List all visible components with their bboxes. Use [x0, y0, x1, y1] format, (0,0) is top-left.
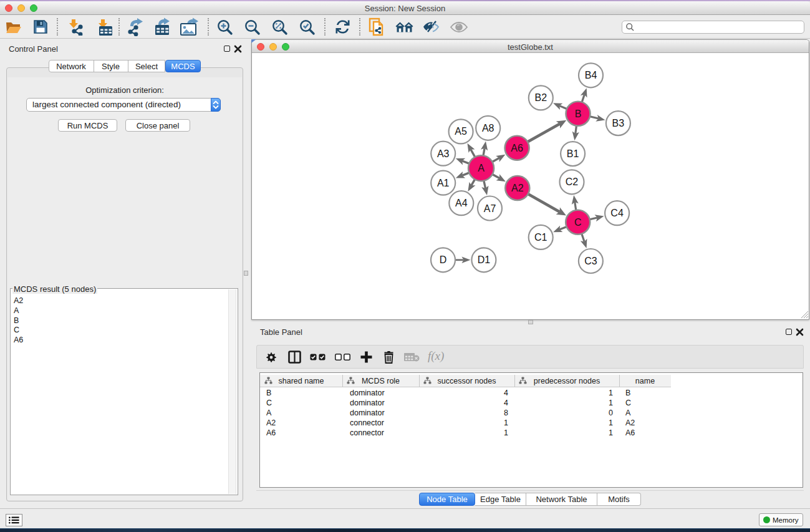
- svg-text:A6: A6: [511, 143, 523, 153]
- svg-text:A7: A7: [484, 203, 496, 214]
- svg-text:D1: D1: [478, 254, 491, 265]
- svg-text:B1: B1: [567, 148, 579, 159]
- svg-text:A5: A5: [455, 126, 467, 137]
- svg-text:B3: B3: [612, 118, 625, 128]
- svg-text:A: A: [478, 163, 485, 173]
- svg-text:A8: A8: [482, 123, 494, 133]
- svg-text:A3: A3: [437, 148, 450, 159]
- svg-text:A4: A4: [455, 198, 468, 208]
- svg-text:C: C: [574, 217, 582, 228]
- svg-text:B: B: [575, 109, 582, 119]
- svg-text:C3: C3: [584, 256, 597, 266]
- svg-text:C4: C4: [610, 208, 624, 218]
- svg-text:A2: A2: [511, 183, 524, 193]
- svg-text:A1: A1: [437, 178, 450, 188]
- svg-text:C1: C1: [534, 232, 547, 243]
- svg-text:C2: C2: [566, 177, 579, 187]
- svg-text:B2: B2: [535, 92, 547, 103]
- svg-text:B4: B4: [585, 70, 597, 80]
- svg-text:D: D: [440, 254, 447, 265]
